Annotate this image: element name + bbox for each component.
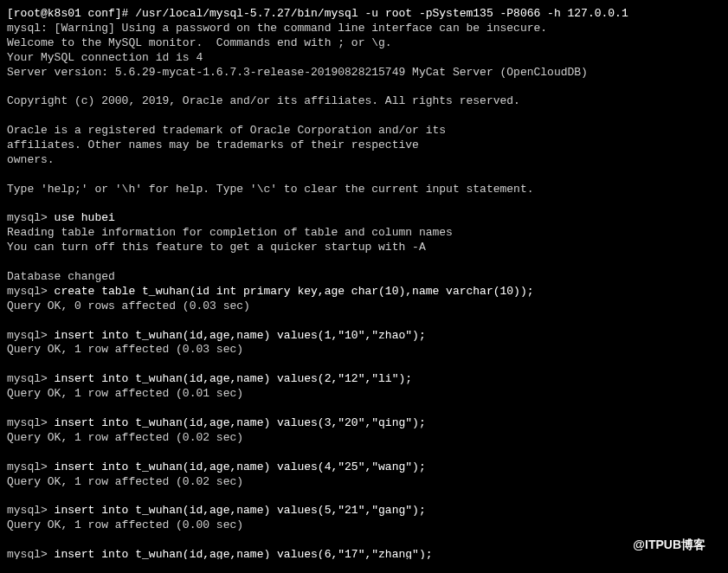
- mysql-prompt: mysql>: [7, 548, 55, 559]
- output-line: owners.: [7, 153, 707, 168]
- mysql-line: mysql> insert into t_wuhan(id,age,name) …: [7, 460, 707, 475]
- mysql-line: mysql> use hubei: [7, 211, 707, 226]
- mysql-prompt: mysql>: [7, 416, 55, 429]
- terminal-output: [root@k8s01 conf]# /usr/local/mysql-5.7.…: [7, 7, 707, 559]
- output-line: Oracle is a registered trademark of Orac…: [7, 124, 707, 138]
- mysql-prompt: mysql>: [7, 460, 55, 473]
- blank-line: [7, 314, 707, 329]
- output-line: mysql: [Warning] Using a password on the…: [7, 22, 707, 36]
- output-line: Welcome to the MySQL monitor. Commands e…: [7, 36, 707, 51]
- mysql-prompt: mysql>: [7, 372, 55, 385]
- output-line: Query OK, 1 row affected (0.01 sec): [7, 387, 707, 402]
- output-line: affiliates. Other names may be trademark…: [7, 138, 707, 153]
- command-text: use hubei: [55, 211, 115, 224]
- output-line: Type 'help;' or '\h' for help. Type '\c'…: [7, 183, 707, 197]
- blank-line: [7, 489, 707, 504]
- blank-line: [7, 109, 707, 124]
- output-line: Copyright (c) 2000, 2019, Oracle and/or …: [7, 94, 707, 109]
- blank-line: [7, 197, 707, 212]
- mysql-line: mysql> insert into t_wuhan(id,age,name) …: [7, 329, 707, 344]
- mysql-prompt: mysql>: [7, 504, 55, 517]
- blank-line: [7, 168, 707, 183]
- mysql-prompt: mysql>: [7, 285, 55, 298]
- mysql-line: mysql> insert into t_wuhan(id,age,name) …: [7, 548, 707, 559]
- blank-line: [7, 533, 707, 548]
- watermark-text: @ITPUB博客: [633, 537, 705, 552]
- output-line: Server version: 5.6.29-mycat-1.6.7.3-rel…: [7, 66, 707, 80]
- command-text: insert into t_wuhan(id,age,name) values(…: [55, 460, 426, 473]
- mysql-prompt: mysql>: [7, 329, 55, 342]
- mysql-line: mysql> insert into t_wuhan(id,age,name) …: [7, 372, 707, 387]
- output-line: Query OK, 1 row affected (0.02 sec): [7, 475, 707, 490]
- command-text: create table t_wuhan(id int primary key,…: [55, 285, 534, 298]
- blank-line: [7, 255, 707, 270]
- blank-line: [7, 446, 707, 460]
- command-text: insert into t_wuhan(id,age,name) values(…: [55, 372, 412, 385]
- output-line: Query OK, 0 rows affected (0.03 sec): [7, 299, 707, 314]
- command-text: insert into t_wuhan(id,age,name) values(…: [55, 504, 426, 517]
- command-text: insert into t_wuhan(id,age,name) values(…: [55, 548, 433, 559]
- output-line: Your MySQL connection id is 4: [7, 51, 707, 66]
- output-line: Query OK, 1 row affected (0.00 sec): [7, 518, 707, 533]
- mysql-line: mysql> insert into t_wuhan(id,age,name) …: [7, 504, 707, 518]
- output-line: Database changed: [7, 270, 707, 285]
- mysql-line: mysql> create table t_wuhan(id int prima…: [7, 285, 707, 299]
- output-line: Reading table information for completion…: [7, 226, 707, 241]
- shell-prompt: [root@k8s01 conf]#: [7, 7, 135, 20]
- blank-line: [7, 80, 707, 94]
- command-text: insert into t_wuhan(id,age,name) values(…: [55, 416, 426, 429]
- blank-line: [7, 357, 707, 372]
- command-text: /usr/local/mysql-5.7.27/bin/mysql -u roo…: [135, 7, 628, 20]
- shell-line: [root@k8s01 conf]# /usr/local/mysql-5.7.…: [7, 7, 707, 22]
- output-line: Query OK, 1 row affected (0.03 sec): [7, 343, 707, 357]
- blank-line: [7, 402, 707, 416]
- command-text: insert into t_wuhan(id,age,name) values(…: [55, 329, 426, 342]
- output-line: You can turn off this feature to get a q…: [7, 241, 707, 255]
- mysql-prompt: mysql>: [7, 211, 55, 224]
- output-line: Query OK, 1 row affected (0.02 sec): [7, 431, 707, 446]
- mysql-line: mysql> insert into t_wuhan(id,age,name) …: [7, 416, 707, 431]
